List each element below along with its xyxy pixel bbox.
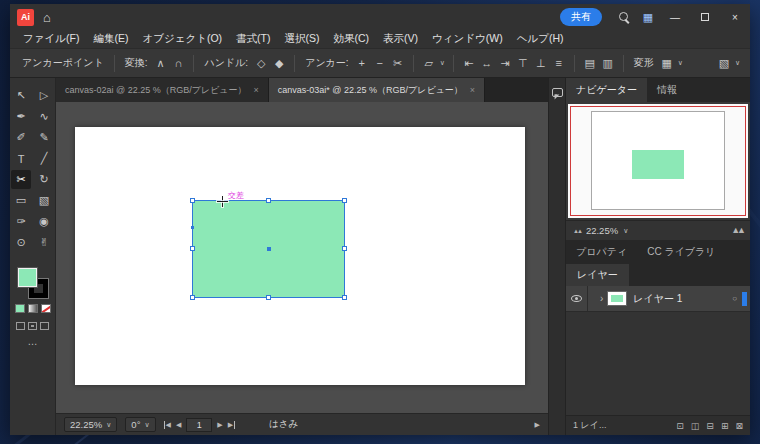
paintbrush-tool[interactable]: ✐ (11, 128, 31, 147)
menu-select[interactable]: 選択(S) (277, 30, 326, 48)
artboard[interactable]: 交差 (75, 127, 525, 385)
share-button[interactable]: 共有 (560, 8, 602, 26)
comments-icon[interactable] (552, 88, 563, 97)
draw-normal-icon[interactable] (16, 322, 25, 330)
tab-layers[interactable]: レイヤー (566, 264, 629, 286)
transform-grid-icon[interactable]: ▦ (658, 54, 676, 72)
menu-object[interactable]: オブジェクト(O) (135, 30, 229, 48)
selection-handle[interactable] (342, 246, 347, 251)
menu-edit[interactable]: 編集(E) (86, 30, 135, 48)
make-clipping-mask-icon[interactable]: ◫ (691, 421, 700, 431)
status-flyout-icon[interactable]: ▶ (535, 421, 540, 429)
maximize-button[interactable] (690, 4, 720, 30)
gradient-tool[interactable]: ▧ (34, 191, 54, 210)
chevron-down-icon[interactable]: ∨ (735, 59, 740, 67)
selection-handle[interactable] (190, 295, 195, 300)
selection-handle[interactable] (190, 246, 195, 251)
selection-handle[interactable] (342, 295, 347, 300)
align-left-icon[interactable]: ⇤ (460, 54, 478, 72)
edit-toolbar-ellipsis[interactable]: … (28, 339, 38, 345)
convert-corner-icon[interactable]: ∧ (151, 54, 169, 72)
close-icon[interactable]: × (254, 85, 259, 95)
rotation-select[interactable]: 0° ∨ (125, 417, 155, 432)
locate-object-icon[interactable]: ⊡ (676, 421, 684, 431)
selection-handle[interactable] (342, 198, 347, 203)
transform-label[interactable]: 変形 (634, 56, 654, 70)
new-sublayer-icon[interactable]: ⊟ (706, 421, 714, 431)
none-button[interactable] (41, 304, 51, 313)
draw-behind-icon[interactable] (28, 322, 37, 330)
zoom-tool[interactable]: ⊙ (11, 233, 31, 252)
menu-help[interactable]: ヘルプ(H) (510, 30, 571, 48)
delete-layer-icon[interactable]: ⊠ (735, 421, 743, 431)
document-tab-canvas-03[interactable]: canvas-03ai* @ 22.25 %（RGB/プレビュー） × (269, 78, 485, 102)
distribute-v-icon[interactable]: ▤ (581, 54, 599, 72)
gradient-button[interactable] (28, 304, 38, 313)
canvas-pasteboard[interactable]: 交差 (56, 102, 548, 413)
expand-arrow-icon[interactable]: › (600, 293, 603, 304)
panel-options-icon[interactable]: ▧ (715, 54, 733, 72)
remove-anchor-icon[interactable]: − (371, 54, 389, 72)
blend-tool[interactable]: ◉ (34, 212, 54, 231)
add-anchor-icon[interactable]: + (353, 54, 371, 72)
navigator-proxy-view-box[interactable] (570, 106, 746, 216)
chevron-down-icon[interactable]: ∨ (678, 59, 683, 67)
selection-handle[interactable] (190, 198, 195, 203)
layer-name[interactable]: レイヤー 1 (633, 292, 732, 306)
zoom-in-icon[interactable]: ▲▲ (731, 226, 743, 235)
next-artboard-icon[interactable]: ▶ (217, 421, 222, 429)
draw-inside-icon[interactable] (40, 322, 49, 330)
rectangle-tool[interactable]: ▭ (11, 191, 31, 210)
line-segment-tool[interactable]: ╱ (34, 149, 54, 168)
menu-effect[interactable]: 効果(C) (326, 30, 376, 48)
menu-window[interactable]: ウィンドウ(W) (425, 30, 510, 48)
menu-view[interactable]: 表示(V) (376, 30, 425, 48)
pencil-tool[interactable]: ✎ (34, 128, 54, 147)
hand-tool[interactable]: ✌ (34, 233, 54, 252)
layer-row[interactable]: › レイヤー 1 ○ (566, 286, 750, 312)
lock-column[interactable] (588, 286, 598, 311)
first-artboard-icon[interactable]: ◀ (164, 421, 171, 429)
align-center-h-icon[interactable]: ↔ (478, 54, 496, 72)
distribute-h-icon[interactable]: ▥ (599, 54, 617, 72)
navigator-preview[interactable] (568, 104, 748, 218)
search-button[interactable] (612, 7, 636, 27)
hide-handles-icon[interactable]: ◆ (270, 54, 288, 72)
color-button[interactable] (15, 304, 25, 313)
type-tool[interactable]: T (11, 149, 31, 168)
zoom-out-icon[interactable]: ▲▲ (573, 228, 581, 234)
fill-swatch[interactable] (18, 268, 37, 287)
menu-file[interactable]: ファイル(F) (16, 30, 86, 48)
curvature-tool[interactable]: ∿ (34, 107, 54, 126)
document-options-icon[interactable]: ▱ (420, 54, 438, 72)
convert-smooth-icon[interactable]: ∩ (169, 54, 187, 72)
align-middle-icon[interactable]: ≡ (550, 54, 568, 72)
align-right-icon[interactable]: ⇥ (496, 54, 514, 72)
workspace-switcher-button[interactable]: ▦ (636, 7, 660, 27)
selected-rectangle[interactable] (192, 200, 345, 298)
direct-selection-tool[interactable]: ▷ (34, 86, 54, 105)
previous-artboard-icon[interactable]: ◀ (176, 421, 181, 429)
last-artboard-icon[interactable]: ▶ (228, 421, 235, 429)
zoom-select[interactable]: 22.25% ∨ (64, 417, 117, 432)
chevron-down-icon[interactable]: ∨ (440, 59, 445, 67)
minimize-button[interactable]: — (660, 4, 690, 30)
navigator-zoom-value[interactable]: 22.25% (586, 225, 618, 236)
menu-type[interactable]: 書式(T) (229, 30, 277, 48)
selection-handle[interactable] (266, 295, 271, 300)
artboard-number-field[interactable]: 1 (186, 418, 212, 432)
tab-cc-libraries[interactable]: CC ライブラリ (637, 240, 725, 264)
eyedropper-tool[interactable]: ✑ (11, 212, 31, 231)
tab-info[interactable]: 情報 (647, 78, 687, 102)
align-top-icon[interactable]: ⊤ (514, 54, 532, 72)
visibility-column[interactable] (566, 286, 588, 311)
selection-tool[interactable]: ↖ (11, 86, 31, 105)
close-icon[interactable]: × (470, 85, 475, 95)
cut-path-icon[interactable]: ✂ (389, 54, 407, 72)
align-bottom-icon[interactable]: ⊥ (532, 54, 550, 72)
rotate-tool[interactable]: ↻ (34, 170, 54, 189)
tab-navigator[interactable]: ナビゲーター (566, 78, 647, 102)
home-icon[interactable]: ⌂ (34, 7, 60, 27)
target-circle-icon[interactable]: ○ (732, 294, 737, 303)
close-button[interactable]: × (720, 4, 750, 30)
